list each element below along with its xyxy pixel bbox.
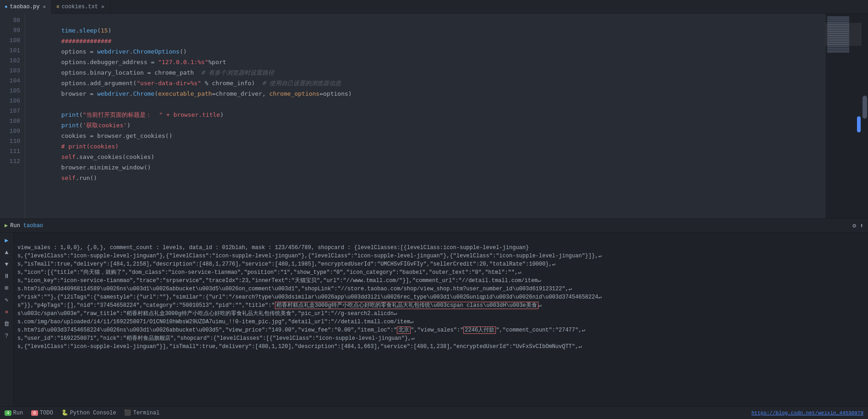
- status-python-console[interactable]: 🐍 Python Console: [61, 409, 116, 416]
- output-line-1: view_sales : 1,0,0}, {,0,}, comment_coun…: [17, 245, 529, 251]
- line-num-104: 104: [0, 76, 20, 86]
- tab-taobao-close[interactable]: ✕: [42, 3, 47, 10]
- status-todo[interactable]: 6 TODO: [31, 410, 53, 416]
- output-line-11b: ","view_sales":": [411, 327, 463, 333]
- line-num-108: 108: [0, 116, 20, 126]
- run-up-btn[interactable]: ▲: [2, 247, 12, 257]
- run-panel-body: ▶ ▲ ▼ ⏸ ⊞ ✎ ✕ 🗑 ? view_sales : 1,0,0}, {…: [0, 233, 868, 406]
- output-line-8b: ↵: [538, 302, 542, 309]
- todo-number-icon: 6: [31, 410, 38, 416]
- line-num-111: 111: [0, 147, 20, 157]
- output-line-2: s,{"levelClass":"icon-supple-level-jingu…: [17, 253, 602, 259]
- run-play-btn[interactable]: ▶: [2, 235, 12, 245]
- run-pause-btn[interactable]: ⏸: [2, 271, 12, 281]
- output-viewsales-highlight: 2246人付款: [463, 326, 496, 334]
- status-url[interactable]: https://blog.csdn.net/weixin_44530979: [752, 410, 863, 416]
- line-num-106: 106: [0, 96, 20, 106]
- code-container: 98 99 100 101 102 103 104 105 106 107 10…: [0, 14, 868, 218]
- run-trash-btn[interactable]: 🗑: [2, 319, 12, 329]
- main-area: 98 99 100 101 102 103 104 105 106 107 10…: [0, 14, 868, 419]
- python-console-label: Python Console: [70, 410, 116, 416]
- line-num-101: 101: [0, 46, 20, 56]
- tab-cookies-txt[interactable]: ≡ cookies.txt ✕: [52, 0, 110, 14]
- tab-bar: ● taobao.py ✕ ≡ cookies.txt ✕: [0, 0, 868, 14]
- tab-cookies-label: cookies.txt: [62, 4, 98, 10]
- output-line-8: s"}},"p4pTags":[],"nid":"37454658224","c…: [17, 302, 275, 309]
- run-panel-header: ▶ Run taobao ⚙ ⬆: [0, 219, 868, 233]
- run-tab-label: Run: [10, 223, 20, 229]
- run-down-btn[interactable]: ▼: [2, 259, 12, 269]
- line-num-99: 99: [0, 26, 20, 36]
- output-line-6: s.htm?id\u003d40968114589\u0026ns\u003d1…: [17, 286, 572, 292]
- line-num-98: 98: [0, 16, 20, 26]
- output-line-3: s,"isTmall":true,"delivery":[484,1,2158]…: [17, 261, 555, 267]
- output-title-highlight: 稻香村糕点礼盒3000g特产小吃点心好吃的零食礼品大礼包传统\u003cspan…: [275, 302, 538, 309]
- minimap-viewport: [825, 23, 862, 46]
- minimap-scrollbar[interactable]: [857, 116, 861, 132]
- line-num-100: 100: [0, 36, 20, 46]
- status-bar: 4 Run 6 TODO 🐍 Python Console ⬛ Terminal…: [0, 406, 868, 419]
- line-numbers: 98 99 100 101 102 103 104 105 106 107 10…: [0, 14, 25, 218]
- py-icon: ●: [5, 4, 8, 10]
- status-run[interactable]: 4 Run: [5, 410, 23, 416]
- txt-icon: ≡: [56, 4, 60, 10]
- run-left-toolbar: ▶ ▲ ▼ ⏸ ⊞ ✎ ✕ 🗑 ?: [0, 233, 14, 406]
- run-edit-btn[interactable]: ✎: [2, 295, 12, 305]
- todo-status-label: TODO: [40, 410, 53, 416]
- terminal-icon: ⬛: [124, 409, 131, 416]
- tab-cookies-close[interactable]: ✕: [100, 3, 105, 10]
- run-panel: ▶ Run taobao ⚙ ⬆ ▶ ▲ ▼ ⏸ ⊞ ✎ ✕: [0, 218, 868, 406]
- gear-icon[interactable]: ⚙: [852, 222, 856, 229]
- line-num-102: 102: [0, 56, 20, 66]
- line-num-109: 109: [0, 126, 20, 136]
- output-line-7: s"risk":""},{"i2iTags":{"samestyle":{"ur…: [17, 294, 602, 300]
- output-line-13: s,{"levelClass":"icon-supple-level-jingu…: [17, 343, 582, 350]
- expand-icon[interactable]: ⬆: [860, 222, 863, 229]
- output-line-10: s.com/img/bao/uploaded/i4/i1/1692258071/…: [17, 319, 413, 325]
- output-line-5: s,"icon_key":"icon-service-tianmao","tra…: [17, 278, 541, 284]
- line-num-110: 110: [0, 136, 20, 147]
- run-output[interactable]: view_sales : 1,0,0}, {,0,}, comment_coun…: [14, 233, 868, 406]
- python-icon: 🐍: [61, 409, 68, 416]
- status-right: https://blog.csdn.net/weixin_44530979: [752, 410, 863, 416]
- editor-area: 98 99 100 101 102 103 104 105 106 107 10…: [0, 14, 868, 419]
- tab-taobao-label: taobao.py: [10, 4, 40, 10]
- output-line-11: s.htm?id\u003d37454658224\u0026ns\u003d1…: [17, 327, 397, 333]
- output-line-4: s,"icon":[{"title":"尚天猫，就购了","dom_class"…: [17, 269, 521, 276]
- run-panel-title[interactable]: ▶ Run taobao: [5, 222, 43, 229]
- run-help-btn[interactable]: ?: [2, 331, 12, 341]
- run-stop-btn[interactable]: ✕: [2, 307, 12, 317]
- run-tab-name: taobao: [23, 223, 43, 229]
- tab-taobao-py[interactable]: ● taobao.py ✕: [0, 0, 52, 14]
- output-itemloc-highlight: 北京: [397, 326, 411, 334]
- editor-scrollbar[interactable]: [862, 14, 868, 218]
- line-num-107: 107: [0, 106, 20, 116]
- code-editor[interactable]: time.sleep(15) ############## options = …: [25, 14, 825, 218]
- output-line-11c: ","comment_count":"27477",↵: [496, 327, 585, 333]
- run-view-btn[interactable]: ⊞: [2, 283, 12, 293]
- editor-scrollbar-thumb[interactable]: [863, 96, 867, 119]
- minimap: ████████████████████████████████ ███████…: [825, 14, 862, 218]
- run-icon: ▶: [5, 222, 8, 229]
- line-num-112: 112: [0, 157, 20, 167]
- terminal-label: Terminal: [133, 410, 159, 416]
- line-num-105: 105: [0, 86, 20, 96]
- output-line-9: s\u003c/span\u003e","raw_title":"稻香村糕点礼盒…: [17, 310, 397, 317]
- output-line-12: s,"user_id":"1692258071","nick":"稻香村食品旗舰…: [17, 335, 415, 342]
- run-number-icon: 4: [5, 410, 11, 416]
- run-status-label: Run: [13, 410, 23, 416]
- status-terminal[interactable]: ⬛ Terminal: [124, 409, 159, 416]
- line-num-103: 103: [0, 66, 20, 76]
